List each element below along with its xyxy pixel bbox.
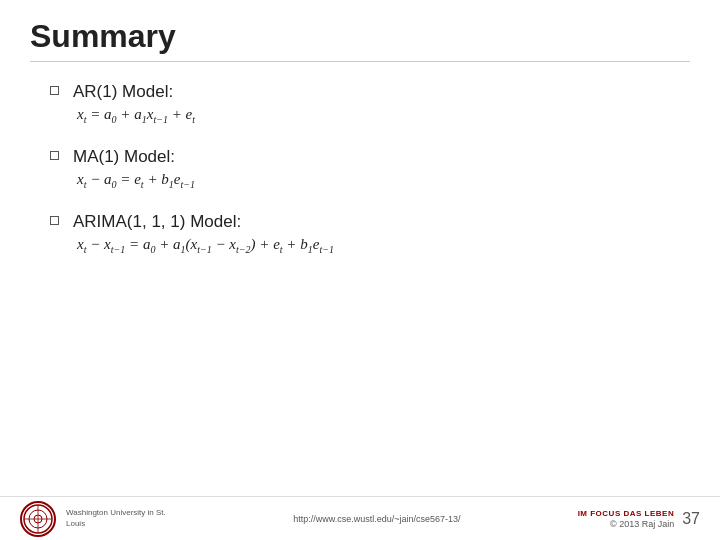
bullet-square-2 (50, 151, 59, 160)
footer-left: Washington University in St. Louis (20, 501, 176, 537)
ar1-label: AR(1) Model: (73, 82, 195, 102)
bullet-ar1: AR(1) Model: xt = a0 + a1xt−1 + et (50, 82, 690, 125)
ma1-formula: xt − a0 = et + b1et−1 (77, 171, 195, 190)
bullet-content-arima: ARIMA(1, 1, 1) Model: xt − xt−1 = a0 + a… (73, 212, 334, 255)
slide-title: Summary (30, 18, 690, 62)
slide: Summary AR(1) Model: xt = a0 + a1xt−1 + … (0, 0, 720, 540)
bullet-ma1: MA(1) Model: xt − a0 = et + b1et−1 (50, 147, 690, 190)
logo-svg (22, 503, 54, 535)
arima-formula: xt − xt−1 = a0 + a1(xt−1 − xt−2) + et + … (77, 236, 334, 255)
ma1-label: MA(1) Model: (73, 147, 195, 167)
footer-url: http://www.cse.wustl.edu/~jain/cse567-13… (293, 514, 460, 524)
page-number: 37 (682, 510, 700, 528)
footer-right-text: IM FOCUS DAS LEBEN © 2013 Raj Jain (578, 509, 675, 529)
arima-label: ARIMA(1, 1, 1) Model: (73, 212, 334, 232)
bullet-square-1 (50, 86, 59, 95)
footer-right-group: IM FOCUS DAS LEBEN © 2013 Raj Jain 37 (578, 509, 700, 529)
bullet-arima: ARIMA(1, 1, 1) Model: xt − xt−1 = a0 + a… (50, 212, 690, 255)
copyright-text: © 2013 Raj Jain (578, 519, 675, 529)
bullet-list: AR(1) Model: xt = a0 + a1xt−1 + et MA(1)… (30, 82, 690, 255)
slide-footer: Washington University in St. Louis http:… (0, 496, 720, 540)
university-logo (20, 501, 56, 537)
bullet-content-ar1: AR(1) Model: xt = a0 + a1xt−1 + et (73, 82, 195, 125)
im-focus-label: IM FOCUS DAS LEBEN (578, 509, 675, 518)
bullet-square-3 (50, 216, 59, 225)
university-name: Washington University in St. Louis (66, 508, 176, 529)
ar1-formula: xt = a0 + a1xt−1 + et (77, 106, 195, 125)
bullet-content-ma1: MA(1) Model: xt − a0 = et + b1et−1 (73, 147, 195, 190)
